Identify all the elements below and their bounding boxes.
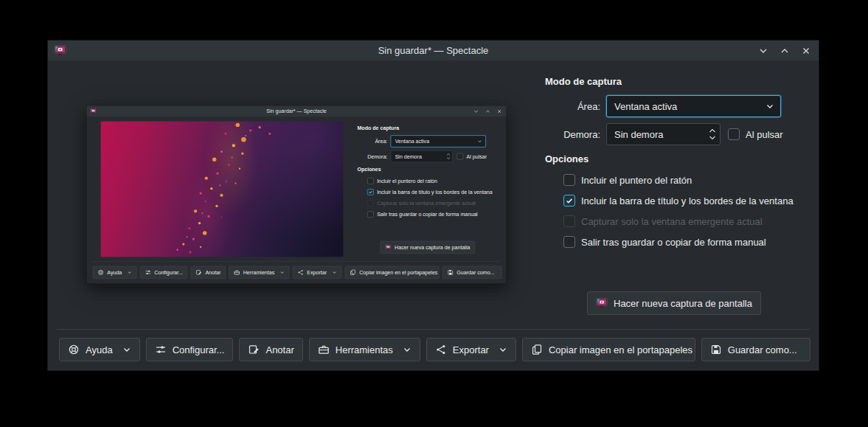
save-icon	[447, 269, 454, 276]
spectacle-window: Sin guardar* — Spectacle	[47, 40, 819, 371]
take-new-screenshot-label: Hacer nueva captura de pantalla	[614, 298, 752, 309]
help-button[interactable]: Ayuda	[59, 338, 140, 361]
chevron-down-icon	[332, 270, 337, 274]
include-titlebar-label: Incluir la barra de título y los bordes …	[377, 189, 493, 195]
nested-toolbar: Ayuda Configurar... Anotar	[93, 266, 502, 279]
quit-after-save-checkbox	[367, 211, 374, 218]
on-click-label: Al pulsar	[746, 129, 783, 140]
include-pointer-label: Incluir el puntero del ratón	[581, 175, 692, 186]
copy-to-clipboard-button[interactable]: Copiar imagen en el portapapeles	[522, 338, 695, 361]
tools-button[interactable]: Herramientas	[309, 338, 420, 361]
close-icon	[496, 108, 502, 114]
chevron-down-icon	[477, 139, 482, 143]
nested-spectacle-window: Sin guardar* — Spectacle Modo de captur	[86, 105, 507, 284]
include-titlebar-label: Incluir la barra de título y los bordes …	[581, 195, 794, 206]
area-combobox: Ventana activa	[391, 135, 486, 147]
take-new-screenshot-button[interactable]: Hacer nueva captura de pantalla	[587, 291, 761, 315]
area-label: Área:	[357, 138, 387, 144]
on-click-checkbox	[456, 153, 463, 160]
toolbar: Ayuda Configurar... Anotar Herramientas …	[59, 338, 810, 361]
help-icon	[68, 344, 80, 355]
include-pointer-checkbox	[367, 178, 374, 184]
help-icon	[97, 269, 104, 276]
delay-spinbox: Sin demora	[391, 150, 453, 162]
include-titlebar-checkbox	[367, 189, 374, 195]
annotate-button[interactable]: Anotar	[239, 338, 302, 361]
nested-window-title: Sin guardar* — Spectacle	[87, 106, 507, 117]
help-button: Ayuda	[93, 266, 137, 279]
copy-icon	[350, 269, 356, 276]
nested-capture-settings-panel: Modo de captura Área: Ventana activa Dem…	[357, 117, 506, 261]
spin-down-icon[interactable]	[709, 135, 716, 140]
include-titlebar-checkbox[interactable]	[563, 195, 575, 206]
nested-preview-area	[87, 117, 358, 261]
titlebar[interactable]: Sin guardar* — Spectacle	[48, 41, 819, 60]
minimize-icon[interactable]	[758, 46, 768, 56]
screenshot-preview: Sin guardar* — Spectacle Modo de captur	[86, 105, 507, 284]
tools-icon	[318, 344, 330, 355]
preview-area: Sin guardar* — Spectacle Modo de captur	[48, 60, 545, 329]
maximize-icon[interactable]	[780, 46, 790, 56]
chevron-down-icon	[280, 270, 285, 274]
options-heading: Opciones	[545, 153, 588, 164]
export-button[interactable]: Exportar	[426, 338, 516, 361]
annotate-button: Anotar	[191, 266, 226, 279]
copy-to-clipboard-button: Copiar imagen en el portapapeles	[345, 266, 440, 279]
quit-after-save-checkbox[interactable]	[563, 236, 575, 248]
area-label: Área:	[545, 101, 600, 112]
tools-button: Herramientas	[229, 266, 289, 279]
spin-up-icon	[446, 153, 450, 156]
maximize-icon	[485, 108, 491, 114]
capture-settings-panel: Modo de captura Área: Ventana activa Dem…	[545, 60, 819, 329]
configure-button[interactable]: Configurar...	[146, 338, 234, 361]
spin-up-icon[interactable]	[709, 128, 716, 133]
popup-only-label: Capturar solo la ventana emergente actua…	[581, 216, 763, 227]
export-button: Exportar	[293, 266, 341, 279]
quit-after-save-label: Salir tras guardar o copiar de forma man…	[377, 212, 477, 218]
configure-icon	[145, 269, 151, 276]
capture-mode-heading: Modo de captura	[357, 125, 399, 131]
area-combobox-value: Ventana activa	[395, 138, 478, 144]
chevron-down-icon	[122, 345, 131, 354]
save-as-button: Guardar como...	[442, 266, 502, 279]
minimize-icon	[473, 108, 479, 114]
delay-spinbox-value: Sin demora	[395, 153, 445, 159]
configure-button: Configurar...	[140, 266, 188, 279]
popup-only-checkbox	[563, 215, 575, 227]
copy-icon	[531, 344, 543, 355]
delay-spinbox-value: Sin demora	[614, 129, 705, 140]
spectacle-app-icon	[90, 108, 97, 114]
save-as-button[interactable]: Guardar como...	[701, 338, 810, 361]
quit-after-save-label: Salir tras guardar o copiar de forma man…	[581, 237, 766, 248]
wallpaper-particles	[101, 121, 102, 122]
delay-label: Demora:	[545, 129, 600, 140]
export-icon	[435, 344, 447, 355]
close-icon[interactable]	[801, 46, 811, 56]
include-pointer-label: Incluir el puntero del ratón	[377, 178, 437, 184]
toolbar-divider	[91, 261, 501, 262]
chevron-down-icon	[765, 102, 774, 111]
area-combobox[interactable]: Ventana activa	[606, 95, 781, 117]
check-icon	[368, 190, 373, 194]
options-heading: Opciones	[357, 167, 381, 173]
on-click-checkbox[interactable]	[728, 128, 740, 140]
delay-spinbox[interactable]: Sin demora	[606, 123, 721, 145]
include-pointer-checkbox[interactable]	[563, 174, 575, 186]
spectacle-camera-icon	[596, 297, 608, 309]
tools-icon	[234, 269, 240, 276]
check-icon	[565, 196, 574, 205]
nested-titlebar: Sin guardar* — Spectacle	[87, 106, 507, 117]
chevron-down-icon	[499, 345, 507, 354]
configure-icon	[155, 344, 167, 355]
wallpaper-preview	[101, 121, 344, 257]
chevron-down-icon	[127, 270, 132, 274]
toolbar-divider	[57, 329, 810, 330]
annotate-icon	[195, 269, 202, 276]
popup-only-label: Capturar solo la ventana emergente actua…	[377, 201, 476, 206]
area-combobox-value: Ventana activa	[614, 101, 765, 112]
popup-only-checkbox	[367, 200, 374, 206]
export-icon	[297, 269, 304, 276]
take-new-screenshot-button: Hacer nueva captura de pantalla	[381, 241, 475, 254]
annotate-icon	[248, 344, 260, 355]
chevron-down-icon	[403, 345, 412, 354]
